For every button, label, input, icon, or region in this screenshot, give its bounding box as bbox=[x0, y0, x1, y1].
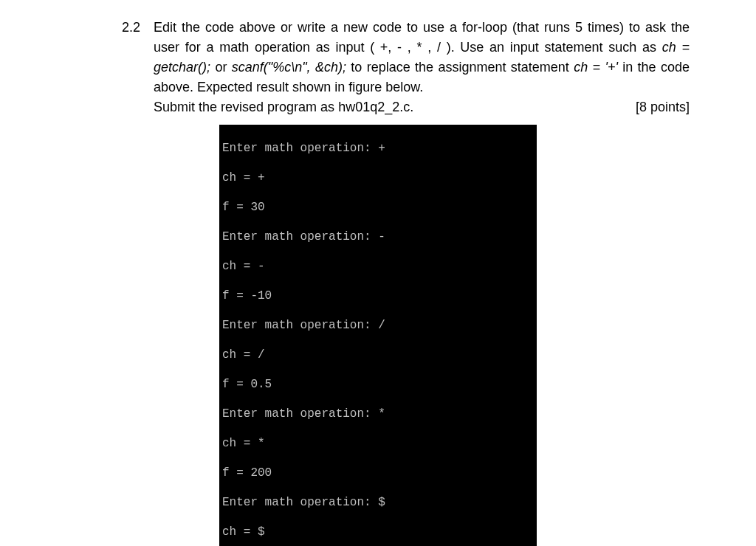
terminal-line: f = 200 bbox=[222, 466, 534, 480]
terminal-line: Enter math operation: $ bbox=[222, 495, 534, 510]
document-page: 2.2 Edit the code above or write a new c… bbox=[0, 0, 756, 546]
terminal-line: Enter math operation: / bbox=[222, 318, 534, 333]
terminal-line: ch = / bbox=[222, 348, 534, 362]
terminal-line: ch = - bbox=[222, 259, 534, 274]
question-block: 2.2 Edit the code above or write a new c… bbox=[66, 18, 690, 117]
points-label: [8 points] bbox=[636, 97, 690, 117]
terminal-line: f = 30 bbox=[222, 200, 534, 215]
terminal-line: Enter math operation: + bbox=[222, 141, 534, 156]
terminal-line: ch = * bbox=[222, 436, 534, 451]
code-snippet-2: scanf("%c\n", &ch); bbox=[232, 60, 346, 75]
terminal-line: f = 0.5 bbox=[222, 377, 534, 392]
terminal-figure: Enter math operation: + ch = + f = 30 En… bbox=[219, 125, 537, 546]
question-text: or bbox=[210, 60, 232, 75]
filename: hw01q2_2.c. bbox=[338, 100, 413, 114]
question-body: Edit the code above or write a new code … bbox=[154, 18, 690, 117]
question-text: to replace the assignment statement bbox=[346, 60, 574, 75]
terminal-line: Enter math operation: - bbox=[222, 229, 534, 244]
submit-text: Submit the revised program as bbox=[154, 100, 338, 114]
terminal-line: ch = + bbox=[222, 170, 534, 185]
terminal-line: f = -10 bbox=[222, 288, 534, 303]
terminal-line: ch = $ bbox=[222, 525, 534, 539]
question-number: 2.2 bbox=[66, 18, 154, 38]
terminal-output: Enter math operation: + ch = + f = 30 En… bbox=[219, 125, 537, 546]
terminal-line: Enter math operation: * bbox=[222, 407, 534, 421]
code-snippet-3: ch = '+' bbox=[574, 60, 618, 75]
question-text: Edit the code above or write a new code … bbox=[154, 20, 690, 55]
